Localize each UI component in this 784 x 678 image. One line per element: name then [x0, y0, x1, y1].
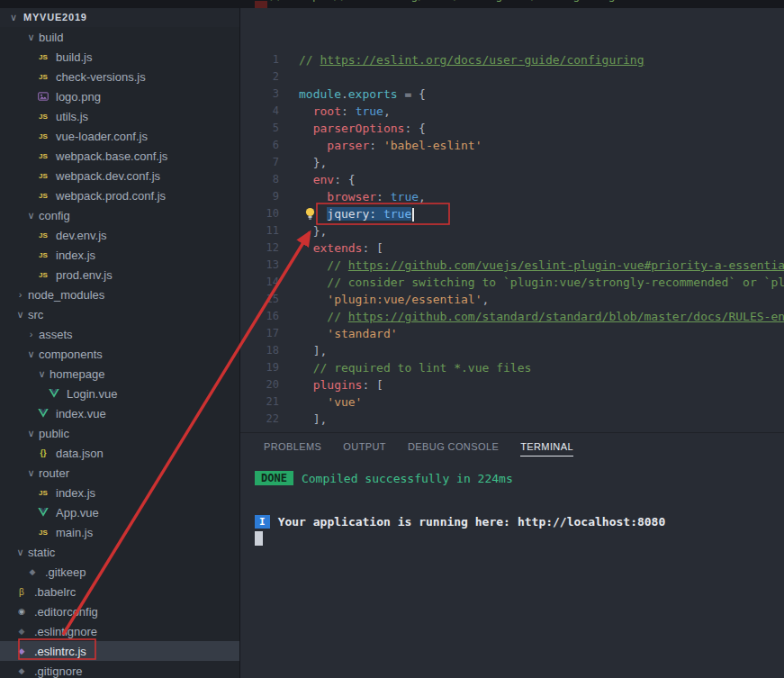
line-number: 18 [240, 342, 279, 359]
eslintignore-file-icon: ◆ [14, 627, 29, 636]
tree-item-src[interactable]: ∨src [0, 304, 239, 324]
tree-item-.gitignore[interactable]: ◆.gitignore [0, 661, 239, 678]
tree-item-webpack.prod.conf.js[interactable]: JSwebpack.prod.conf.js [0, 185, 239, 205]
terminal-output[interactable]: DONE Compiled successfully in 224ms I Yo… [240, 471, 784, 546]
code-line-20: 20 plugins: [ [240, 376, 784, 393]
tree-item-label: static [28, 546, 55, 559]
code-text: }, [299, 154, 784, 171]
tree-item-public[interactable]: ∨public [0, 423, 239, 443]
js-file-icon: JS [36, 251, 50, 259]
line-number: 6 [240, 137, 279, 154]
tree-item-app.vue[interactable]: App.vue [0, 502, 239, 522]
line-number: 16 [240, 308, 279, 325]
tab-output[interactable]: OUTPUT [343, 441, 386, 457]
code-text: module.exports = { [299, 86, 784, 103]
eslint-file-icon: ◆ [14, 646, 29, 655]
tab-debug-console[interactable]: DEBUG CONSOLE [408, 441, 499, 457]
tree-item-index.vue[interactable]: index.vue [0, 403, 239, 423]
line-number: 10 [240, 205, 279, 222]
code-line-3: 3module.exports = { [240, 86, 784, 103]
code-line-13: 13 // https://github.com/vuejs/eslint-pl… [240, 257, 784, 274]
tree-item-.eslintrc.js[interactable]: ◆.eslintrc.js [0, 641, 239, 661]
js-file-icon: JS [36, 113, 50, 121]
tree-item-.gitkeep[interactable]: ◆.gitkeep [0, 562, 239, 582]
tree-item-prod.env.js[interactable]: JSprod.env.js [0, 265, 239, 285]
tree-item-label: .editorconfig [34, 605, 98, 619]
js-file-icon: JS [36, 53, 50, 61]
tree-item-check-versions.js[interactable]: JScheck-versions.js [0, 67, 239, 86]
code-line-17: 17 'standard' [240, 325, 784, 342]
tree-item-label: check-versions.js [56, 70, 146, 84]
code-text [299, 68, 784, 86]
done-badge: DONE [255, 471, 293, 485]
babel-file-icon: β [14, 587, 29, 597]
image-file-icon [36, 91, 50, 102]
tree-item-label: assets [39, 328, 73, 341]
line-number: 15 [240, 291, 279, 308]
line-number: 17 [240, 325, 279, 342]
code-line-19: 19 // required to lint *.vue files [240, 359, 784, 376]
tree-item-data.json[interactable]: {}data.json [0, 443, 239, 463]
tree-item-label: node_modules [28, 288, 104, 302]
tree-item-label: logo.png [56, 90, 101, 104]
tree-item-label: index.js [56, 486, 95, 500]
code-text: // consider switching to `plugin:vue/str… [299, 274, 784, 291]
js-file-icon: JS [36, 172, 50, 180]
tree-item-components[interactable]: ∨components [0, 344, 239, 364]
localhost-url[interactable]: http://localhost:8080 [518, 515, 665, 529]
tree-item-.eslintignore[interactable]: ◆.eslintignore [0, 621, 239, 641]
line-number: 21 [240, 393, 279, 411]
code-line-14: 14 // consider switching to `plugin:vue/… [240, 274, 784, 291]
tree-item-label: webpack.prod.conf.js [56, 189, 166, 203]
code-text: ], [299, 411, 784, 428]
chevron-down-icon: ∨ [25, 348, 37, 360]
tree-item-label: .eslintignore [34, 625, 97, 638]
tree-item-vue-loader.conf.js[interactable]: JSvue-loader.conf.js [0, 126, 239, 146]
tree-item-.editorconfig[interactable]: ◉.editorconfig [0, 601, 239, 621]
tree-item-index.js[interactable]: JSindex.js [0, 483, 239, 502]
code-line-4: 4 root: true, [240, 103, 784, 120]
tree-item-label: src [28, 308, 43, 321]
tree-item-label: build [39, 31, 63, 44]
tree-item-index.js[interactable]: JSindex.js [0, 245, 239, 265]
tree-item-webpack.dev.conf.js[interactable]: JSwebpack.dev.conf.js [0, 166, 239, 185]
tree-item-dev.env.js[interactable]: JSdev.env.js [0, 225, 239, 245]
code-line-2: 2 [240, 68, 784, 86]
code-line-10: 10 jquery: true [240, 205, 784, 222]
vue-file-icon [36, 409, 50, 418]
tree-item-static[interactable]: ∨static [0, 542, 239, 562]
tree-item-assets[interactable]: ›assets [0, 324, 239, 344]
tree-item-main.js[interactable]: JSmain.js [0, 522, 239, 542]
code-text: 'standard' [299, 325, 784, 342]
tree-item-.babelrc[interactable]: β.babelrc [0, 582, 239, 601]
tree-item-router[interactable]: ∨router [0, 463, 239, 483]
tab-terminal[interactable]: TERMINAL [520, 441, 573, 457]
tree-item-node-modules[interactable]: ›node_modules [0, 285, 239, 304]
code-line-21: 21 'vue' [240, 393, 784, 411]
code-editor[interactable]: 1// https://eslint.org/docs/user-guide/c… [240, 0, 784, 432]
chevron-right-icon: › [14, 289, 26, 300]
tree-item-config[interactable]: ∨config [0, 205, 239, 225]
tree-item-label: App.vue [56, 506, 99, 520]
tree-item-login.vue[interactable]: Login.vue [0, 384, 239, 403]
line-number: 8 [240, 171, 279, 188]
project-root-header[interactable]: ∨ MYVUE2019 [0, 7, 239, 27]
code-line-16: 16 // https://github.com/standard/standa… [240, 308, 784, 325]
js-file-icon: JS [36, 73, 50, 81]
chevron-down-icon: ∨ [25, 210, 37, 221]
git-file-icon: ◆ [14, 666, 29, 675]
tree-item-build.js[interactable]: JSbuild.js [0, 47, 239, 67]
tree-item-homepage[interactable]: ∨homepage [0, 364, 239, 384]
tree-item-logo.png[interactable]: logo.png [0, 86, 239, 106]
project-root-label: MYVUE2019 [23, 12, 87, 23]
tree-item-webpack.base.conf.js[interactable]: JSwebpack.base.conf.js [0, 146, 239, 166]
tab-problems[interactable]: PROBLEMS [264, 441, 321, 457]
tree-item-build[interactable]: ∨build [0, 27, 239, 47]
code-text: browser: true, [299, 188, 784, 205]
chevron-down-icon: ∨ [7, 12, 20, 23]
running-message: Your application is running here: [278, 515, 510, 529]
tree-item-utils.js[interactable]: JSutils.js [0, 106, 239, 126]
tree-item-label: .gitignore [34, 664, 82, 678]
code-text: parser: 'babel-eslint' [299, 137, 784, 154]
code-text: parserOptions: { [299, 120, 784, 137]
